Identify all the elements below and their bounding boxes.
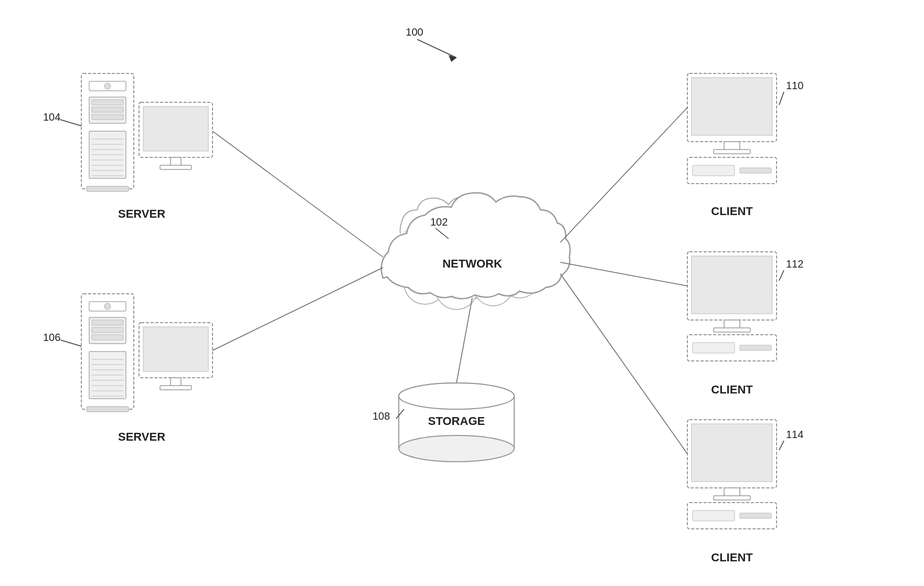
svg-rect-68 xyxy=(714,150,750,154)
ref-106: 106 xyxy=(43,332,60,343)
svg-rect-71 xyxy=(740,168,771,173)
svg-rect-74 xyxy=(692,256,772,314)
svg-rect-58 xyxy=(160,386,192,390)
ref-108: 108 xyxy=(373,410,390,422)
svg-point-62 xyxy=(399,435,514,462)
svg-point-40 xyxy=(104,303,111,310)
client3-monitor xyxy=(687,420,777,500)
ref-110: 110 xyxy=(786,80,803,91)
svg-rect-20 xyxy=(92,100,123,105)
ref-102: 102 xyxy=(430,216,448,228)
network-label-text: NETWORK xyxy=(442,257,502,270)
svg-rect-43 xyxy=(92,327,123,333)
svg-rect-21 xyxy=(92,107,123,112)
svg-rect-76 xyxy=(714,328,750,332)
svg-rect-42 xyxy=(92,320,123,325)
client2-label: CLIENT xyxy=(711,383,753,396)
ref-104: 104 xyxy=(43,111,60,123)
svg-rect-84 xyxy=(714,496,750,500)
server2-label: SERVER xyxy=(118,430,165,443)
client2-desktop xyxy=(687,335,777,361)
svg-rect-54 xyxy=(87,407,129,412)
server2-tower xyxy=(81,294,134,412)
client3-desktop xyxy=(687,503,777,529)
storage-label-text: STORAGE xyxy=(428,414,485,428)
svg-rect-79 xyxy=(740,345,771,350)
client2-monitor xyxy=(687,252,777,332)
svg-rect-70 xyxy=(693,165,735,176)
svg-rect-44 xyxy=(92,335,123,340)
client1-label: CLIENT xyxy=(711,205,753,218)
svg-rect-36 xyxy=(160,165,192,169)
client1-monitor xyxy=(687,73,777,154)
svg-rect-82 xyxy=(692,424,772,482)
storage-unit: STORAGE xyxy=(399,383,514,462)
svg-rect-22 xyxy=(92,114,123,120)
svg-point-18 xyxy=(104,83,111,89)
ref-100: 100 xyxy=(406,26,423,38)
ref-114: 114 xyxy=(786,429,803,440)
client3-label: CLIENT xyxy=(711,551,753,564)
svg-rect-78 xyxy=(693,343,735,353)
svg-rect-87 xyxy=(740,513,771,518)
svg-rect-32 xyxy=(87,186,129,191)
ref-112: 112 xyxy=(786,258,803,270)
server1-label: SERVER xyxy=(118,207,165,220)
svg-point-63 xyxy=(399,383,514,409)
svg-rect-34 xyxy=(143,106,208,151)
client1-desktop xyxy=(687,157,777,184)
svg-rect-56 xyxy=(143,327,208,371)
server1-tower xyxy=(81,73,134,191)
svg-rect-86 xyxy=(693,510,735,521)
svg-rect-66 xyxy=(692,78,772,135)
